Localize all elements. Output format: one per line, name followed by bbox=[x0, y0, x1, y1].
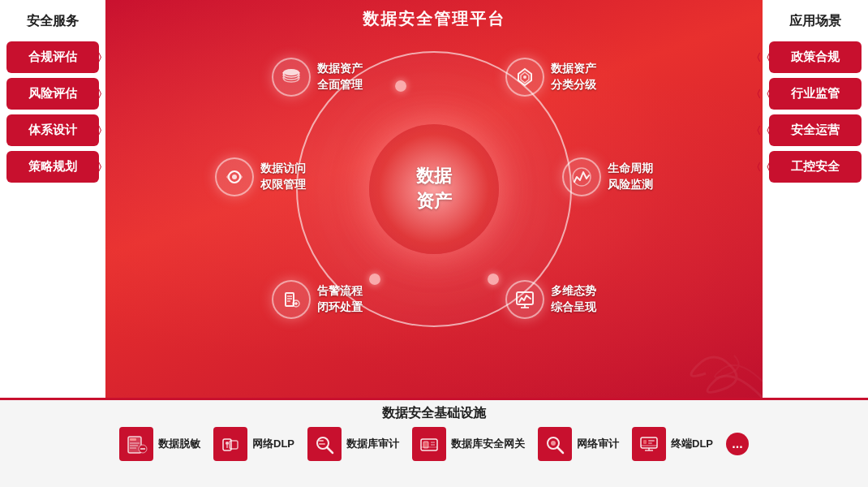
bottom-items: 数据脱敏 网络DLP bbox=[16, 427, 852, 461]
svg-rect-45 bbox=[648, 440, 655, 442]
bottom-item-1-label: 网络DLP bbox=[252, 437, 294, 451]
node-tl-icon bbox=[272, 58, 311, 97]
node-tl-label: 数据资产 全面管理 bbox=[317, 61, 363, 93]
diagram-area: 数据 资产 数据资产 全面管理 bbox=[207, 35, 661, 343]
svg-point-3 bbox=[523, 75, 526, 79]
left-btn-2[interactable]: 体系设计 bbox=[6, 114, 99, 146]
node-bl: 告警流程 闭环处置 bbox=[272, 280, 363, 319]
center-text: 数据 资产 bbox=[416, 164, 452, 214]
node-bl-icon bbox=[272, 280, 311, 319]
node-ml: 数据访问 权限管理 bbox=[215, 157, 306, 196]
node-tr-label: 数据资产 分类分级 bbox=[551, 61, 596, 93]
svg-rect-18 bbox=[130, 438, 136, 441]
svg-point-39 bbox=[551, 441, 556, 446]
node-mr-label: 生命周期 风险监测 bbox=[608, 161, 653, 192]
platform-title: 数据安全管理平台 bbox=[363, 8, 505, 30]
left-btn-0[interactable]: 合规评估 bbox=[6, 41, 99, 73]
bottom-item-1-icon bbox=[213, 427, 247, 461]
right-sidebar: 应用场景 政策合规 行业监管 安全运营 工控安全 bbox=[763, 0, 868, 398]
node-br-label: 多维态势 综合呈现 bbox=[551, 283, 596, 315]
right-btn-0[interactable]: 政策合规 bbox=[769, 41, 862, 73]
center-main: 数据安全管理平台 数据 资产 数据资产 全面管理 bbox=[105, 0, 763, 398]
svg-rect-44 bbox=[643, 440, 647, 444]
bottom-item-5-label: 终端DLP bbox=[671, 437, 713, 451]
bottom-item-2-icon bbox=[307, 427, 342, 461]
bottom-item-0[interactable]: 数据脱敏 bbox=[119, 427, 200, 461]
svg-rect-46 bbox=[648, 442, 652, 444]
node-tl: 数据资产 全面管理 bbox=[272, 58, 363, 97]
node-ml-label: 数据访问 权限管理 bbox=[260, 161, 306, 192]
bottom-item-4-icon bbox=[538, 427, 572, 461]
right-sidebar-title: 应用场景 bbox=[769, 8, 862, 37]
left-btn-3[interactable]: 策略规划 bbox=[6, 151, 99, 183]
bottom-item-5-icon bbox=[632, 427, 666, 461]
node-tr: 数据资产 分类分级 bbox=[505, 58, 596, 97]
node-tr-icon bbox=[505, 58, 544, 97]
svg-rect-31 bbox=[319, 443, 325, 445]
svg-point-26 bbox=[226, 442, 229, 445]
left-btn-1[interactable]: 风险评估 bbox=[6, 78, 99, 110]
bottom-item-0-label: 数据脱敏 bbox=[158, 437, 200, 451]
bottom-item-2-label: 数据库审计 bbox=[346, 437, 399, 451]
node-mr: 生命周期 风险监测 bbox=[562, 157, 653, 196]
glow-dot-br bbox=[488, 274, 499, 285]
left-sidebar-title: 安全服务 bbox=[6, 8, 99, 37]
bottom-title: 数据安全基础设施 bbox=[16, 405, 852, 422]
bottom-item-5[interactable]: 终端DLP bbox=[632, 427, 713, 461]
bottom-section: 数据安全基础设施 数据脱敏 bbox=[0, 398, 868, 487]
node-ml-icon bbox=[215, 157, 254, 196]
bottom-item-2[interactable]: 数据库审计 bbox=[307, 427, 399, 461]
top-section: 安全服务 合规评估 风险评估 体系设计 策略规划 数据安全管理平台 数据 资产 bbox=[0, 0, 868, 398]
swirl-decoration bbox=[665, 317, 763, 398]
node-br: 多维态势 综合呈现 bbox=[505, 280, 596, 319]
right-btn-1[interactable]: 行业监管 bbox=[769, 78, 862, 110]
svg-point-0 bbox=[283, 69, 299, 75]
bottom-item-4-label: 网络审计 bbox=[577, 437, 619, 451]
svg-point-5 bbox=[232, 175, 237, 179]
bottom-item-4[interactable]: 网络审计 bbox=[538, 427, 619, 461]
glow-dot-top bbox=[395, 80, 406, 92]
bottom-item-0-icon bbox=[119, 427, 153, 461]
right-btn-3[interactable]: 工控安全 bbox=[769, 151, 862, 183]
bottom-item-3[interactable]: 数据库安全网关 bbox=[412, 427, 525, 461]
node-bl-label: 告警流程 闭环处置 bbox=[317, 283, 363, 315]
bottom-item-3-label: 数据库安全网关 bbox=[451, 437, 525, 451]
bottom-item-3-icon bbox=[412, 427, 446, 461]
svg-line-38 bbox=[557, 447, 563, 453]
svg-rect-30 bbox=[319, 440, 324, 442]
right-btn-2[interactable]: 安全运营 bbox=[769, 114, 862, 146]
svg-line-29 bbox=[327, 447, 333, 453]
glow-dot-bl bbox=[369, 274, 380, 285]
bottom-item-1[interactable]: 网络DLP bbox=[213, 427, 294, 461]
node-mr-icon bbox=[562, 157, 601, 196]
left-sidebar: 安全服务 合规评估 风险评估 体系设计 策略规划 bbox=[0, 0, 105, 398]
node-br-icon bbox=[505, 280, 544, 319]
more-button[interactable]: ... bbox=[726, 433, 749, 455]
inner-circle: 数据 资产 bbox=[369, 124, 499, 254]
outer-container: 安全服务 合规评估 风险评估 体系设计 策略规划 数据安全管理平台 数据 资产 bbox=[0, 0, 868, 487]
